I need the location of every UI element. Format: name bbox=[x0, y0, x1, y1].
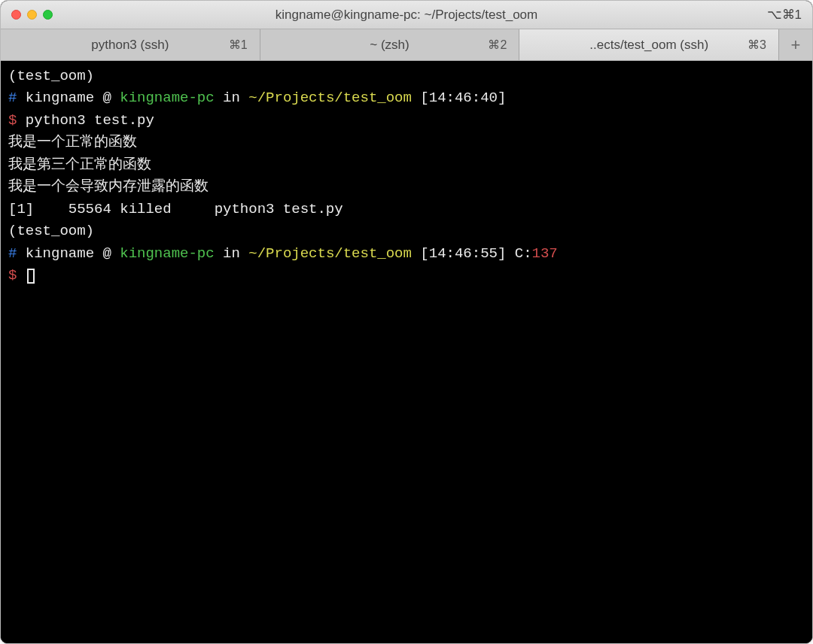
output-line: 我是第三个正常的函数 bbox=[8, 156, 151, 173]
prompt-dollar: $ bbox=[8, 112, 17, 129]
minimize-button[interactable] bbox=[27, 10, 37, 20]
tab-1[interactable]: python3 (ssh) ⌘1 bbox=[1, 29, 260, 60]
prompt-dollar: $ bbox=[8, 267, 17, 284]
window-shortcut: ⌥⌘1 bbox=[767, 7, 812, 23]
prompt-at: @ bbox=[94, 90, 120, 106]
prompt-at: @ bbox=[94, 245, 120, 262]
traffic-lights bbox=[1, 10, 53, 20]
tab-label: ~ (zsh) bbox=[370, 38, 409, 53]
tab-shortcut: ⌘3 bbox=[748, 38, 766, 52]
tab-label: ..ects/test_oom (ssh) bbox=[589, 38, 708, 53]
prompt-time: [14:46:40] bbox=[412, 90, 506, 106]
virtualenv-name: (test_oom) bbox=[8, 223, 94, 239]
terminal-window: kingname@kingname-pc: ~/Projects/test_oo… bbox=[0, 0, 813, 644]
command-text: python3 test.py bbox=[17, 112, 154, 129]
tab-shortcut: ⌘2 bbox=[488, 38, 507, 52]
tab-bar: python3 (ssh) ⌘1 ~ (zsh) ⌘2 ..ects/test_… bbox=[1, 29, 812, 61]
new-tab-button[interactable]: + bbox=[779, 29, 812, 60]
output-line: 我是一个正常的函数 bbox=[8, 134, 137, 150]
prompt-in: in bbox=[215, 90, 249, 106]
prompt-user: kingname bbox=[26, 90, 94, 106]
prompt-path: ~/Projects/test_oom bbox=[248, 90, 412, 106]
prompt-host: kingname-pc bbox=[120, 90, 214, 106]
prompt-path: ~/Projects/test_oom bbox=[248, 245, 412, 262]
exit-code: 137 bbox=[532, 245, 558, 262]
close-button[interactable] bbox=[11, 10, 21, 20]
terminal-body[interactable]: (test_oom) # kingname @ kingname-pc in ~… bbox=[1, 61, 812, 643]
prompt-hash: # bbox=[8, 90, 17, 106]
prompt-hash: # bbox=[8, 245, 17, 262]
titlebar: kingname@kingname-pc: ~/Projects/test_oo… bbox=[1, 1, 812, 29]
virtualenv-name: (test_oom) bbox=[8, 68, 94, 84]
window-title: kingname@kingname-pc: ~/Projects/test_oo… bbox=[1, 8, 812, 23]
tab-label: python3 (ssh) bbox=[91, 38, 169, 53]
exit-code-prefix: C: bbox=[515, 245, 532, 262]
tab-shortcut: ⌘1 bbox=[229, 38, 248, 52]
cursor bbox=[27, 269, 35, 284]
prompt-in: in bbox=[215, 245, 249, 262]
prompt-user: kingname bbox=[26, 245, 94, 262]
tab-2[interactable]: ~ (zsh) ⌘2 bbox=[260, 29, 520, 60]
output-line: [1] 55564 killed python3 test.py bbox=[8, 201, 343, 217]
prompt-host: kingname-pc bbox=[120, 245, 214, 262]
zoom-button[interactable] bbox=[43, 10, 53, 20]
tab-3[interactable]: ..ects/test_oom (ssh) ⌘3 bbox=[519, 29, 779, 60]
output-line: 我是一个会导致内存泄露的函数 bbox=[8, 178, 209, 195]
prompt-time: [14:46:55] bbox=[412, 245, 515, 262]
